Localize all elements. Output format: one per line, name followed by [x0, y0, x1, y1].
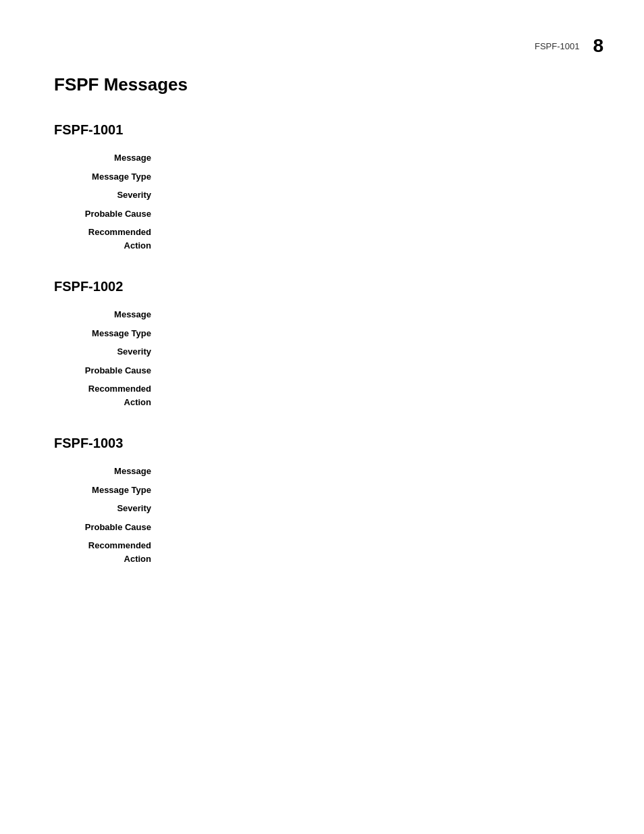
label-message-1001: Message [54, 151, 162, 165]
field-severity-1003: Severity [54, 502, 590, 515]
value-message-1002 [162, 308, 590, 321]
page-header: FSPF-1001 8 [535, 35, 603, 57]
field-probable-cause-1002: Probable Cause [54, 364, 590, 377]
label-severity-1002: Severity [54, 345, 162, 359]
field-recommended-action-1002: Recommended Action [54, 382, 590, 409]
label-message-1003: Message [54, 465, 162, 478]
field-message-type-1002: Message Type [54, 327, 590, 340]
value-message-1001 [162, 151, 590, 165]
value-severity-1002 [162, 345, 590, 359]
label-recommended-action-1001: Recommended Action [54, 226, 162, 252]
value-message-type-1001 [162, 170, 590, 184]
label-message-type-1003: Message Type [54, 484, 162, 497]
value-recommended-action-1003 [162, 539, 590, 565]
value-message-1003 [162, 465, 590, 478]
recommended-line2-1002: Action [124, 396, 151, 409]
label-severity-1001: Severity [54, 188, 162, 202]
main-content: FSPF Messages FSPF-1001 Message Message … [0, 0, 644, 633]
label-message-type-1001: Message Type [54, 170, 162, 184]
label-message-type-1002: Message Type [54, 327, 162, 340]
header-code: FSPF-1001 [535, 41, 579, 51]
field-message-1002: Message [54, 308, 590, 321]
page-title: FSPF Messages [54, 74, 590, 95]
value-recommended-action-1001 [162, 226, 590, 252]
label-severity-1003: Severity [54, 502, 162, 515]
section-title-1002: FSPF-1002 [54, 279, 590, 294]
field-probable-cause-1003: Probable Cause [54, 521, 590, 534]
value-severity-1001 [162, 188, 590, 202]
label-probable-cause-1001: Probable Cause [54, 207, 162, 221]
field-recommended-action-1001: Recommended Action [54, 226, 590, 252]
section-fspf-1001: FSPF-1001 Message Message Type Severity … [54, 122, 590, 252]
value-recommended-action-1002 [162, 382, 590, 409]
label-probable-cause-1003: Probable Cause [54, 521, 162, 534]
label-message-1002: Message [54, 308, 162, 321]
section-title-1003: FSPF-1003 [54, 436, 590, 451]
label-recommended-action-1002: Recommended Action [54, 382, 162, 409]
section-title-1001: FSPF-1001 [54, 122, 590, 138]
recommended-line1: Recommended [88, 226, 151, 239]
field-message-1001: Message [54, 151, 590, 165]
field-message-1003: Message [54, 465, 590, 478]
value-severity-1003 [162, 502, 590, 515]
value-probable-cause-1002 [162, 364, 590, 377]
field-message-type-1001: Message Type [54, 170, 590, 184]
value-probable-cause-1001 [162, 207, 590, 221]
header-chapter: 8 [593, 35, 603, 57]
label-recommended-action-1003: Recommended Action [54, 539, 162, 565]
recommended-line2: Action [124, 239, 151, 253]
field-message-type-1003: Message Type [54, 484, 590, 497]
recommended-line1-1002: Recommended [88, 382, 151, 396]
label-probable-cause-1002: Probable Cause [54, 364, 162, 377]
recommended-line2-1003: Action [124, 552, 151, 566]
value-message-type-1002 [162, 327, 590, 340]
field-severity-1001: Severity [54, 188, 590, 202]
recommended-line1-1003: Recommended [88, 539, 151, 552]
value-message-type-1003 [162, 484, 590, 497]
section-fspf-1002: FSPF-1002 Message Message Type Severity … [54, 279, 590, 409]
field-severity-1002: Severity [54, 345, 590, 359]
field-probable-cause-1001: Probable Cause [54, 207, 590, 221]
field-recommended-action-1003: Recommended Action [54, 539, 590, 565]
value-probable-cause-1003 [162, 521, 590, 534]
section-fspf-1003: FSPF-1003 Message Message Type Severity … [54, 436, 590, 565]
